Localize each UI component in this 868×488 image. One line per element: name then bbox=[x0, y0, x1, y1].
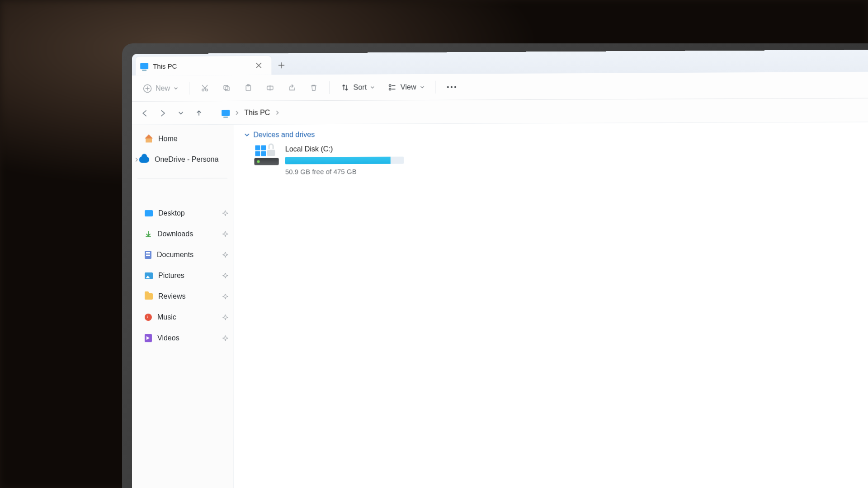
pin-icon bbox=[222, 210, 228, 216]
rename-icon bbox=[265, 83, 274, 92]
delete-button[interactable] bbox=[305, 79, 323, 97]
cloud-icon bbox=[139, 156, 149, 163]
sidebar-item-label: Pictures bbox=[158, 272, 184, 280]
sidebar: Home OneDrive - Persona Desktop bbox=[132, 125, 234, 488]
sidebar-item-label: Home bbox=[158, 135, 178, 143]
close-tab-button[interactable] bbox=[252, 59, 265, 72]
sidebar-item-downloads[interactable]: Downloads bbox=[132, 224, 233, 244]
music-icon bbox=[145, 314, 152, 321]
sort-label: Sort bbox=[354, 83, 367, 91]
folder-icon bbox=[145, 293, 153, 300]
sidebar-item-videos[interactable]: Videos bbox=[132, 328, 233, 348]
copy-button[interactable] bbox=[217, 79, 236, 97]
laptop-bezel: This PC New bbox=[122, 43, 868, 488]
section-label: Devices and drives bbox=[253, 131, 315, 139]
svg-rect-3 bbox=[224, 85, 228, 89]
sidebar-item-pictures[interactable]: Pictures bbox=[132, 265, 233, 286]
pin-icon bbox=[222, 231, 228, 237]
back-button[interactable] bbox=[137, 105, 153, 121]
separator bbox=[189, 82, 189, 94]
tab-bar: This PC bbox=[132, 50, 868, 75]
clipboard-icon bbox=[244, 83, 253, 92]
plus-circle-icon bbox=[143, 84, 152, 93]
pin-icon bbox=[222, 252, 228, 258]
screen: This PC New bbox=[132, 50, 868, 488]
copy-icon bbox=[222, 84, 231, 93]
drive-info: Local Disk (C:) 50.9 GB free of 475 GB bbox=[285, 145, 404, 176]
sidebar-item-onedrive[interactable]: OneDrive - Persona bbox=[132, 149, 233, 170]
pin-icon bbox=[222, 293, 228, 300]
video-icon bbox=[145, 334, 152, 342]
chevron-down-icon bbox=[174, 86, 178, 90]
sidebar-item-home[interactable]: Home bbox=[132, 128, 233, 150]
pictures-icon bbox=[145, 272, 153, 279]
new-label: New bbox=[156, 84, 170, 92]
chevron-down-icon bbox=[370, 85, 375, 89]
content-pane[interactable]: Devices and drives Local Disk (C:) 50.9 … bbox=[233, 122, 868, 488]
sidebar-item-label: Desktop bbox=[158, 209, 185, 217]
sidebar-item-label: Music bbox=[157, 313, 176, 321]
chevron-right-icon bbox=[235, 110, 239, 115]
chevron-right-icon[interactable] bbox=[135, 157, 138, 162]
scissors-icon bbox=[200, 84, 209, 93]
forward-button[interactable] bbox=[155, 105, 171, 121]
cut-button[interactable] bbox=[196, 79, 214, 97]
view-label: View bbox=[401, 83, 416, 91]
sidebar-item-label: Videos bbox=[157, 334, 179, 342]
sidebar-divider bbox=[137, 178, 227, 178]
drive-name: Local Disk (C:) bbox=[285, 145, 404, 154]
pin-icon bbox=[222, 314, 228, 320]
sidebar-item-label: OneDrive - Persona bbox=[155, 155, 218, 164]
view-button[interactable]: View bbox=[383, 78, 429, 96]
separator bbox=[329, 81, 330, 94]
sidebar-item-music[interactable]: Music bbox=[132, 307, 233, 328]
drive-item-c[interactable]: Local Disk (C:) 50.9 GB free of 475 GB bbox=[244, 141, 868, 176]
new-tab-button[interactable] bbox=[271, 56, 291, 75]
sidebar-item-desktop[interactable]: Desktop bbox=[132, 203, 233, 224]
sort-button[interactable]: Sort bbox=[336, 78, 379, 96]
more-button[interactable] bbox=[442, 78, 461, 96]
chevron-down-icon bbox=[244, 132, 250, 138]
sidebar-item-documents[interactable]: Documents bbox=[132, 244, 233, 265]
rename-button[interactable] bbox=[261, 79, 279, 97]
pin-icon bbox=[222, 335, 228, 341]
tab-title: This PC bbox=[153, 61, 248, 70]
body: Home OneDrive - Persona Desktop bbox=[132, 122, 868, 488]
breadcrumb-segment[interactable]: This PC bbox=[244, 108, 270, 117]
sidebar-item-reviews[interactable]: Reviews bbox=[132, 286, 233, 307]
chevron-down-icon bbox=[420, 84, 425, 89]
storage-bar-fill bbox=[285, 157, 391, 164]
pc-icon bbox=[140, 63, 148, 69]
home-icon bbox=[145, 135, 153, 142]
desktop-icon bbox=[145, 210, 153, 216]
pin-icon bbox=[222, 272, 228, 279]
address-bar[interactable]: This PC bbox=[217, 101, 868, 121]
section-header-devices[interactable]: Devices and drives bbox=[244, 127, 868, 143]
drive-icon bbox=[254, 145, 278, 166]
recent-locations-button[interactable] bbox=[173, 105, 189, 121]
chevron-right-icon bbox=[275, 110, 279, 115]
trash-icon bbox=[309, 83, 318, 92]
new-button[interactable]: New bbox=[138, 79, 183, 97]
sidebar-item-label: Documents bbox=[157, 251, 193, 259]
nav-row: This PC bbox=[132, 98, 868, 125]
sidebar-item-label: Reviews bbox=[158, 292, 186, 300]
share-button[interactable] bbox=[283, 79, 301, 97]
svg-rect-9 bbox=[389, 88, 391, 90]
sidebar-item-label: Downloads bbox=[157, 230, 193, 238]
pc-icon bbox=[222, 109, 230, 116]
up-button[interactable] bbox=[191, 105, 207, 121]
toolbar: New bbox=[132, 72, 868, 102]
share-icon bbox=[288, 83, 297, 92]
view-icon bbox=[388, 83, 397, 92]
document-icon bbox=[145, 251, 151, 259]
download-icon bbox=[145, 230, 152, 238]
storage-bar bbox=[285, 157, 404, 164]
svg-rect-4 bbox=[225, 87, 229, 91]
sort-icon bbox=[340, 83, 349, 92]
paste-button[interactable] bbox=[239, 79, 257, 97]
ellipsis-icon bbox=[447, 86, 456, 88]
separator bbox=[435, 80, 436, 93]
tab-this-pc[interactable]: This PC bbox=[136, 56, 271, 75]
drive-free-text: 50.9 GB free of 475 GB bbox=[285, 168, 404, 176]
